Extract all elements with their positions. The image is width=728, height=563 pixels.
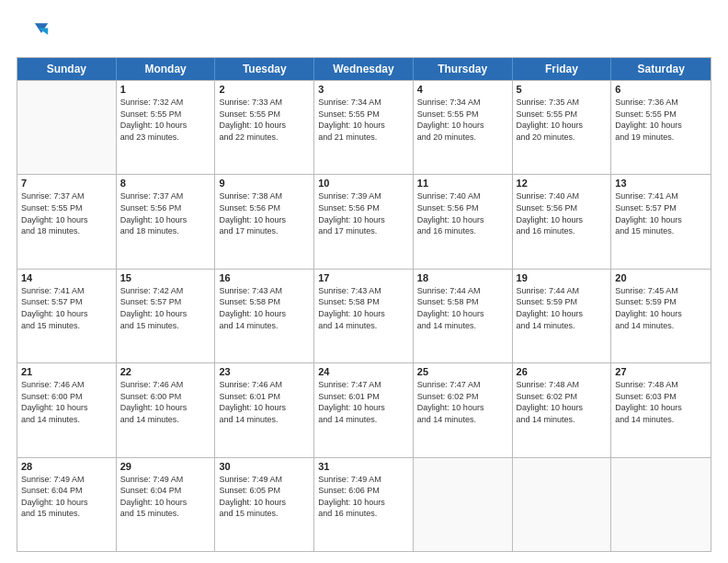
- calendar-cell: 6Sunrise: 7:36 AM Sunset: 5:55 PM Daylig…: [611, 81, 711, 174]
- day-info: Sunrise: 7:47 AM Sunset: 6:01 PM Dayligh…: [318, 379, 409, 425]
- day-info: Sunrise: 7:41 AM Sunset: 5:57 PM Dayligh…: [615, 190, 707, 236]
- calendar-cell: 18Sunrise: 7:44 AM Sunset: 5:58 PM Dayli…: [414, 270, 513, 362]
- day-info: Sunrise: 7:34 AM Sunset: 5:55 PM Dayligh…: [318, 97, 409, 143]
- day-info: Sunrise: 7:48 AM Sunset: 6:03 PM Dayligh…: [615, 379, 707, 425]
- day-number: 23: [219, 366, 310, 377]
- day-number: 25: [417, 366, 508, 377]
- calendar-cell: [513, 458, 612, 551]
- calendar-body: 1Sunrise: 7:32 AM Sunset: 5:55 PM Daylig…: [17, 80, 711, 551]
- calendar-row-4: 28Sunrise: 7:49 AM Sunset: 6:04 PM Dayli…: [17, 457, 711, 551]
- calendar-row-3: 21Sunrise: 7:46 AM Sunset: 6:00 PM Dayli…: [17, 362, 711, 456]
- svg-marker-1: [38, 29, 48, 35]
- calendar-cell: 12Sunrise: 7:40 AM Sunset: 5:56 PM Dayli…: [513, 175, 612, 268]
- calendar-cell: 19Sunrise: 7:44 AM Sunset: 5:59 PM Dayli…: [513, 270, 612, 362]
- day-info: Sunrise: 7:47 AM Sunset: 6:02 PM Dayligh…: [417, 379, 508, 425]
- day-info: Sunrise: 7:48 AM Sunset: 6:02 PM Dayligh…: [517, 379, 608, 425]
- day-info: Sunrise: 7:45 AM Sunset: 5:59 PM Dayligh…: [615, 285, 707, 331]
- calendar-row-1: 7Sunrise: 7:37 AM Sunset: 5:55 PM Daylig…: [17, 174, 711, 268]
- day-number: 1: [120, 84, 211, 95]
- day-info: Sunrise: 7:49 AM Sunset: 6:06 PM Dayligh…: [318, 474, 409, 520]
- day-number: 31: [318, 461, 409, 472]
- day-number: 27: [615, 366, 707, 377]
- calendar-cell: 30Sunrise: 7:49 AM Sunset: 6:05 PM Dayli…: [215, 458, 314, 551]
- day-info: Sunrise: 7:43 AM Sunset: 5:58 PM Dayligh…: [318, 285, 409, 331]
- header: [17, 17, 711, 50]
- day-number: 29: [120, 461, 211, 472]
- weekday-header-sunday: Sunday: [17, 58, 117, 80]
- page: SundayMondayTuesdayWednesdayThursdayFrid…: [0, 0, 728, 563]
- logo: [17, 17, 53, 50]
- day-number: 13: [615, 178, 707, 189]
- day-number: 15: [120, 272, 211, 283]
- day-info: Sunrise: 7:43 AM Sunset: 5:58 PM Dayligh…: [219, 285, 310, 331]
- day-number: 30: [219, 461, 310, 472]
- weekday-header-thursday: Thursday: [414, 58, 513, 80]
- day-info: Sunrise: 7:40 AM Sunset: 5:56 PM Dayligh…: [417, 190, 508, 236]
- calendar-cell: 23Sunrise: 7:46 AM Sunset: 6:01 PM Dayli…: [215, 363, 314, 456]
- day-info: Sunrise: 7:49 AM Sunset: 6:05 PM Dayligh…: [219, 474, 310, 520]
- calendar-cell: 7Sunrise: 7:37 AM Sunset: 5:55 PM Daylig…: [17, 175, 117, 268]
- day-info: Sunrise: 7:46 AM Sunset: 6:01 PM Dayligh…: [219, 379, 310, 425]
- weekday-header-wednesday: Wednesday: [314, 58, 414, 80]
- day-number: 24: [318, 366, 409, 377]
- day-info: Sunrise: 7:37 AM Sunset: 5:55 PM Dayligh…: [21, 190, 112, 236]
- day-info: Sunrise: 7:38 AM Sunset: 5:56 PM Dayligh…: [219, 190, 310, 236]
- day-number: 16: [219, 272, 310, 283]
- calendar-cell: 15Sunrise: 7:42 AM Sunset: 5:57 PM Dayli…: [117, 270, 216, 362]
- day-info: Sunrise: 7:33 AM Sunset: 5:55 PM Dayligh…: [219, 97, 310, 143]
- calendar-cell: 28Sunrise: 7:49 AM Sunset: 6:04 PM Dayli…: [17, 458, 117, 551]
- calendar-row-2: 14Sunrise: 7:41 AM Sunset: 5:57 PM Dayli…: [17, 269, 711, 362]
- day-number: 5: [517, 84, 608, 95]
- logo-icon: [17, 17, 50, 50]
- calendar-cell: 25Sunrise: 7:47 AM Sunset: 6:02 PM Dayli…: [414, 363, 513, 456]
- calendar-cell: 24Sunrise: 7:47 AM Sunset: 6:01 PM Dayli…: [314, 363, 414, 456]
- day-number: 18: [417, 272, 508, 283]
- calendar-cell: 4Sunrise: 7:34 AM Sunset: 5:55 PM Daylig…: [414, 81, 513, 174]
- calendar-cell: 31Sunrise: 7:49 AM Sunset: 6:06 PM Dayli…: [314, 458, 414, 551]
- calendar-cell: 20Sunrise: 7:45 AM Sunset: 5:59 PM Dayli…: [611, 270, 711, 362]
- day-number: 6: [615, 84, 707, 95]
- calendar-cell: 29Sunrise: 7:49 AM Sunset: 6:04 PM Dayli…: [117, 458, 216, 551]
- calendar-cell: 27Sunrise: 7:48 AM Sunset: 6:03 PM Dayli…: [611, 363, 711, 456]
- day-info: Sunrise: 7:32 AM Sunset: 5:55 PM Dayligh…: [120, 97, 211, 143]
- calendar-cell: 17Sunrise: 7:43 AM Sunset: 5:58 PM Dayli…: [314, 270, 414, 362]
- calendar-cell: 21Sunrise: 7:46 AM Sunset: 6:00 PM Dayli…: [17, 363, 117, 456]
- day-info: Sunrise: 7:42 AM Sunset: 5:57 PM Dayligh…: [120, 285, 211, 331]
- day-number: 2: [219, 84, 310, 95]
- calendar-header: SundayMondayTuesdayWednesdayThursdayFrid…: [17, 58, 711, 80]
- day-number: 20: [615, 272, 707, 283]
- calendar-cell: 9Sunrise: 7:38 AM Sunset: 5:56 PM Daylig…: [215, 175, 314, 268]
- weekday-header-friday: Friday: [513, 58, 612, 80]
- day-info: Sunrise: 7:41 AM Sunset: 5:57 PM Dayligh…: [21, 285, 112, 331]
- day-number: 7: [21, 178, 112, 189]
- day-number: 4: [417, 84, 508, 95]
- day-number: 19: [517, 272, 608, 283]
- weekday-header-monday: Monday: [117, 58, 216, 80]
- day-number: 26: [517, 366, 608, 377]
- calendar-cell: 8Sunrise: 7:37 AM Sunset: 5:56 PM Daylig…: [117, 175, 216, 268]
- day-info: Sunrise: 7:39 AM Sunset: 5:56 PM Dayligh…: [318, 190, 409, 236]
- calendar-cell: 13Sunrise: 7:41 AM Sunset: 5:57 PM Dayli…: [611, 175, 711, 268]
- day-number: 14: [21, 272, 112, 283]
- day-number: 9: [219, 178, 310, 189]
- day-info: Sunrise: 7:35 AM Sunset: 5:55 PM Dayligh…: [517, 97, 608, 143]
- day-info: Sunrise: 7:36 AM Sunset: 5:55 PM Dayligh…: [615, 97, 707, 143]
- day-number: 21: [21, 366, 112, 377]
- calendar-cell: 22Sunrise: 7:46 AM Sunset: 6:00 PM Dayli…: [117, 363, 216, 456]
- calendar-cell: 11Sunrise: 7:40 AM Sunset: 5:56 PM Dayli…: [414, 175, 513, 268]
- day-info: Sunrise: 7:44 AM Sunset: 5:59 PM Dayligh…: [517, 285, 608, 331]
- day-number: 22: [120, 366, 211, 377]
- weekday-header-saturday: Saturday: [611, 58, 711, 80]
- day-number: 28: [21, 461, 112, 472]
- day-info: Sunrise: 7:37 AM Sunset: 5:56 PM Dayligh…: [120, 190, 211, 236]
- calendar-cell: 14Sunrise: 7:41 AM Sunset: 5:57 PM Dayli…: [17, 270, 117, 362]
- calendar-row-0: 1Sunrise: 7:32 AM Sunset: 5:55 PM Daylig…: [17, 80, 711, 174]
- calendar-cell: [414, 458, 513, 551]
- day-number: 11: [417, 178, 508, 189]
- day-number: 3: [318, 84, 409, 95]
- calendar-cell: [17, 81, 117, 174]
- day-number: 8: [120, 178, 211, 189]
- calendar-cell: [611, 458, 711, 551]
- day-number: 10: [318, 178, 409, 189]
- day-info: Sunrise: 7:49 AM Sunset: 6:04 PM Dayligh…: [21, 474, 112, 520]
